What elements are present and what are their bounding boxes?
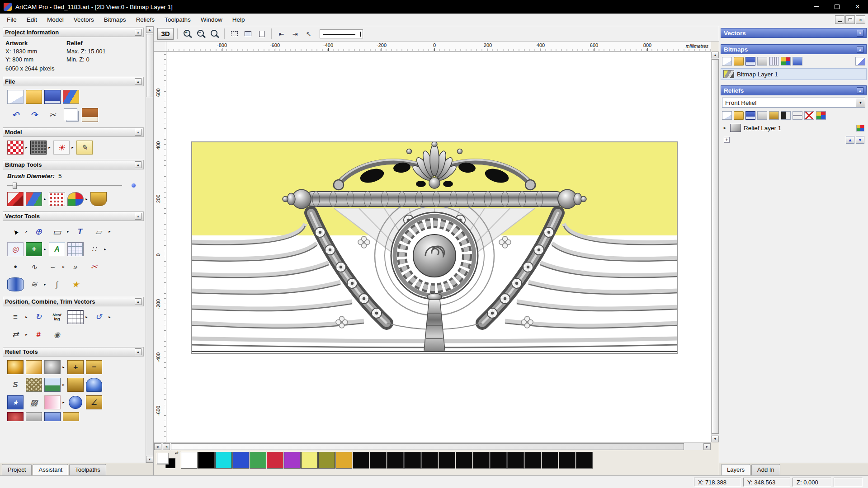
save-layer-icon[interactable]: [745, 57, 755, 66]
pan-right-icon[interactable]: ⇥: [289, 28, 301, 40]
flyout-arrow-icon[interactable]: ►: [71, 146, 74, 149]
scrollbar-thumb[interactable]: [712, 59, 719, 434]
collapse-section-icon[interactable]: ▲: [135, 348, 142, 355]
line-style-selector[interactable]: [320, 29, 363, 38]
offset-vectors-icon[interactable]: ◎: [7, 242, 24, 256]
select-vectors-icon[interactable]: ▲: [5, 221, 26, 242]
paste-on-curve-icon[interactable]: [67, 242, 84, 256]
new-layer-icon[interactable]: [722, 57, 732, 66]
star-relief-icon[interactable]: ★: [7, 395, 24, 409]
flyout-arrow-icon[interactable]: ►: [48, 146, 51, 149]
distort-icon[interactable]: ≋: [26, 277, 42, 291]
palette-swatch[interactable]: [318, 452, 335, 469]
zoom-window-icon[interactable]: [228, 28, 241, 40]
menu-toolpaths[interactable]: Toolpaths: [160, 14, 196, 25]
minimize-icon[interactable]: [806, 0, 826, 14]
zoom-drawing-icon[interactable]: [242, 28, 254, 40]
measure-icon[interactable]: ▱: [90, 225, 107, 239]
flyout-arrow-icon[interactable]: ►: [62, 265, 65, 268]
two-rail-sweep-icon[interactable]: S: [7, 378, 24, 392]
redo-icon[interactable]: ↷: [26, 108, 42, 122]
relief-tool-icon[interactable]: [63, 412, 79, 421]
add-node-icon[interactable]: +: [724, 137, 730, 143]
menu-window[interactable]: Window: [196, 14, 227, 25]
bitmap-layer-row[interactable]: Bitmap Layer 1: [721, 68, 867, 80]
relief-tool-icon[interactable]: [7, 412, 24, 421]
align-icon[interactable]: ≡: [7, 310, 24, 324]
new-model-icon[interactable]: [7, 90, 24, 104]
flyout-arrow-icon[interactable]: ►: [43, 197, 47, 201]
fade-relief-icon[interactable]: [44, 395, 61, 409]
flyout-arrow-icon[interactable]: ►: [62, 401, 65, 404]
collapse-section-icon[interactable]: ▲: [135, 298, 142, 305]
expand-layer-icon[interactable]: ►: [723, 126, 727, 130]
flyout-arrow-icon[interactable]: ►: [85, 197, 88, 201]
lighting-icon[interactable]: ☀: [53, 141, 70, 155]
sculpt-icon[interactable]: [44, 360, 61, 374]
collapse-section-icon[interactable]: ▲: [135, 129, 142, 136]
nesting-icon[interactable]: Nesting: [49, 310, 65, 324]
layer-colour-icon[interactable]: [856, 125, 864, 131]
palette-swatch[interactable]: [559, 452, 576, 469]
menu-vectors[interactable]: Vectors: [69, 14, 99, 25]
flyout-arrow-icon[interactable]: ►: [25, 333, 28, 336]
scrollbar-thumb[interactable]: [146, 34, 153, 97]
relief-clipart-icon[interactable]: [44, 378, 61, 392]
tab-layers[interactable]: Layers: [721, 464, 750, 475]
paint-icon[interactable]: [7, 192, 24, 206]
dome-relief-icon[interactable]: [86, 378, 102, 392]
palette-swatch[interactable]: [250, 452, 266, 469]
angle-relief-icon[interactable]: ∠: [86, 395, 102, 409]
tab-assistant[interactable]: Assistant: [33, 464, 68, 475]
relief-layer-row[interactable]: ► Relief Layer 1: [721, 122, 867, 133]
bezier-icon[interactable]: ⌣: [44, 260, 61, 274]
colour-reduce-icon[interactable]: [781, 57, 791, 66]
scroll-right-icon[interactable]: ►: [703, 443, 711, 450]
calculate-relief-icon[interactable]: [793, 111, 802, 120]
menu-edit[interactable]: Edit: [22, 14, 42, 25]
set-model-size-icon[interactable]: [7, 141, 24, 155]
cast-relief-icon[interactable]: [67, 378, 84, 392]
turn-relief-icon[interactable]: [69, 396, 82, 409]
relief-tool-icon[interactable]: [26, 412, 42, 421]
palette-swatch[interactable]: [421, 452, 438, 469]
palette-swatch[interactable]: [542, 452, 558, 469]
tab-toolpaths[interactable]: Toolpaths: [69, 464, 106, 475]
collapse-section-icon[interactable]: ▲: [135, 29, 142, 36]
freehand-icon[interactable]: ∿: [26, 260, 42, 274]
menu-model[interactable]: Model: [42, 14, 69, 25]
text-abc-icon[interactable]: A: [49, 242, 65, 256]
zoom-scale-icon[interactable]: [208, 28, 221, 40]
canvas-vertical-scrollbar[interactable]: ▲ ▼: [711, 52, 719, 442]
undo-icon[interactable]: ↶: [7, 108, 24, 122]
mdi-restore-icon[interactable]: [845, 15, 855, 24]
transparency-icon[interactable]: [769, 57, 779, 66]
view-3d-button[interactable]: 3D: [157, 28, 174, 40]
menu-reliefs[interactable]: Reliefs: [131, 14, 160, 25]
lock-layer-icon[interactable]: [793, 57, 802, 66]
scroll-up-icon[interactable]: ▲: [712, 52, 719, 58]
zoom-page-icon[interactable]: [255, 28, 268, 40]
move-layer-up-icon[interactable]: ▲: [846, 136, 854, 144]
block-copy-icon[interactable]: [67, 310, 84, 324]
new-layer-icon[interactable]: [722, 111, 732, 120]
scroll-left-icon[interactable]: ◄: [163, 443, 170, 450]
scroll-down-icon[interactable]: ▼: [146, 456, 153, 463]
open-file-icon[interactable]: [26, 90, 42, 104]
weave-icon[interactable]: [26, 378, 42, 392]
canvas-horizontal-scrollbar[interactable]: ◂▸ ◄ ►: [154, 442, 711, 450]
palette-swatch[interactable]: [284, 452, 301, 469]
collapse-section-icon[interactable]: ▲: [135, 213, 142, 220]
node-edit-icon[interactable]: +: [26, 242, 42, 256]
mdi-close-icon[interactable]: ×: [856, 15, 865, 24]
dropdown-arrow-icon[interactable]: ▼: [856, 98, 865, 107]
merge-layers-icon[interactable]: [757, 57, 767, 66]
colour-indicator[interactable]: ⇄: [156, 450, 179, 469]
smooth-relief-icon[interactable]: [26, 360, 42, 374]
save-layer-icon[interactable]: [745, 111, 755, 120]
palette-swatch[interactable]: [490, 452, 507, 469]
close-icon[interactable]: ×: [847, 0, 868, 14]
flyout-arrow-icon[interactable]: ►: [43, 248, 47, 251]
flyout-arrow-icon[interactable]: ►: [108, 230, 111, 233]
tab-project[interactable]: Project: [2, 464, 32, 475]
